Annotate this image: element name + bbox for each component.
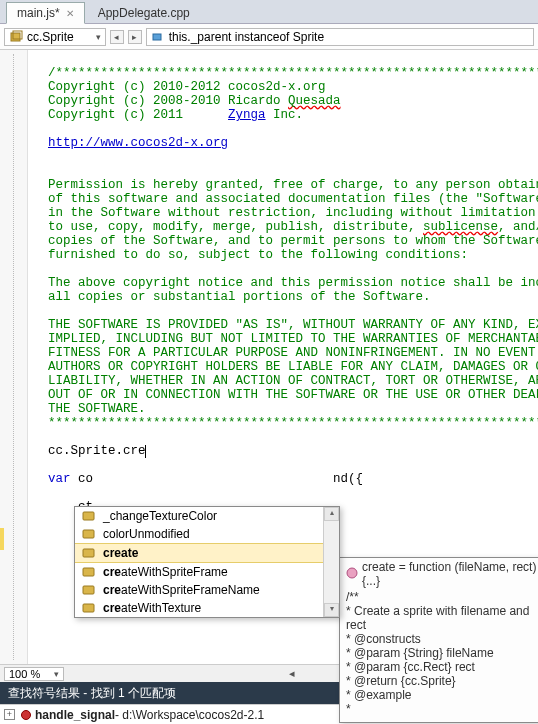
autocomplete-item-label: create — [103, 546, 138, 560]
comment-line: Copyright (c) 2010-2012 cocos2d-x.org — [48, 80, 326, 94]
comment-line: Copyright (c) 2008-2010 Ricardo Quesada — [48, 94, 341, 108]
tooltip-doc-line: * @example — [346, 688, 538, 702]
comment-line: FITNESS FOR A PARTICULAR PURPOSE AND NON… — [48, 346, 538, 360]
svg-rect-3 — [83, 512, 94, 520]
result-path: - d:\Workspace\cocos2d-2.1 — [115, 708, 264, 722]
svg-rect-8 — [83, 604, 94, 612]
comment-line: /***************************************… — [48, 66, 538, 80]
text-caret — [145, 445, 146, 458]
zoom-selector[interactable]: 100 % ▾ — [4, 667, 64, 681]
comment-url[interactable]: http://www.cocos2d-x.org — [48, 136, 228, 150]
field-icon — [151, 30, 165, 44]
method-icon — [81, 583, 97, 597]
tooltip-doc-line: /** — [346, 590, 538, 604]
comment-line: Copyright (c) 2011 Zynga Inc. — [48, 108, 303, 122]
autocomplete-item-label: colorUnmodified — [103, 527, 190, 541]
autocomplete-scrollbar[interactable]: ▴ ▾ — [323, 507, 339, 617]
expand-icon[interactable]: + — [4, 709, 15, 720]
comment-line: IMPLIED, INCLUDING BUT NOT LIMITED TO TH… — [48, 332, 538, 346]
file-tab-label: main.js* — [17, 6, 60, 20]
breakpoint-icon — [21, 710, 31, 720]
comment-line: AUTHORS OR COPYRIGHT HOLDERS BE LIABLE F… — [48, 360, 538, 374]
autocomplete-item-label: _changeTextureColor — [103, 509, 217, 523]
method-icon — [81, 601, 97, 615]
autocomplete-item[interactable]: createWithSpriteFrame — [75, 563, 323, 581]
autocomplete-list[interactable]: _changeTextureColorcolorUnmodifiedcreate… — [75, 507, 323, 617]
method-icon — [81, 565, 97, 579]
autocomplete-item[interactable]: createWithSpriteFrameName — [75, 581, 323, 599]
scroll-down-icon[interactable]: ▾ — [324, 603, 339, 617]
comment-line: The above copyright notice and this perm… — [48, 276, 538, 290]
result-symbol: handle_signal — [35, 708, 115, 722]
code-typed: cc.Sprite.cre — [48, 444, 146, 458]
comment-line: in the Software without restriction, inc… — [48, 206, 538, 220]
file-tab-bar: main.js* ✕ AppDelegate.cpp — [0, 0, 538, 24]
class-icon — [9, 30, 23, 44]
comment-line: LIABILITY, WHETHER IN AN ACTION OF CONTR… — [48, 374, 538, 388]
member-selector[interactable]: this._parent instanceof Sprite — [146, 28, 534, 46]
autocomplete-item[interactable]: create — [75, 543, 323, 563]
split-left-icon[interactable]: ◂ — [285, 667, 299, 680]
autocomplete-item-label: createWithSpriteFrame — [103, 565, 228, 579]
tooltip-doc-line: * @param {cc.Rect} rect — [346, 660, 538, 674]
svg-rect-0 — [11, 33, 20, 41]
signature-tooltip: create = function (fileName, rect){...} … — [339, 557, 538, 723]
member-text: this._parent instanceof Sprite — [169, 30, 324, 44]
change-marker — [0, 528, 4, 550]
comment-line: copies of the Software, and to permit pe… — [48, 234, 538, 248]
tooltip-doc-line: * — [346, 702, 538, 716]
tooltip-doc-line: * @return {cc.Sprite} — [346, 674, 538, 688]
code-nav-bar: cc.Sprite ▾ ◂ ▸ this._parent instanceof … — [0, 24, 538, 50]
scope-text: cc.Sprite — [27, 30, 74, 44]
tooltip-doc-line: * Create a sprite with filename and rect — [346, 604, 538, 632]
svg-rect-7 — [83, 586, 94, 594]
method-icon — [81, 527, 97, 541]
scope-selector[interactable]: cc.Sprite ▾ — [4, 28, 106, 46]
scroll-up-icon[interactable]: ▴ — [324, 507, 339, 521]
fold-guide — [13, 54, 14, 660]
autocomplete-item[interactable]: colorUnmodified — [75, 525, 323, 543]
comment-line: OUT OF OR IN CONNECTION WITH THE SOFTWAR… — [48, 388, 538, 402]
comment-line: all copies or substantial portions of th… — [48, 290, 431, 304]
svg-rect-6 — [83, 568, 94, 576]
zoom-value: 100 % — [9, 668, 40, 680]
svg-rect-2 — [153, 34, 161, 40]
method-icon — [81, 546, 97, 560]
comment-line: ****************************************… — [48, 416, 538, 430]
autocomplete-item-label: createWithSpriteFrameName — [103, 583, 260, 597]
svg-rect-4 — [83, 530, 94, 538]
tooltip-doc-line: * @param {String} fileName — [346, 646, 538, 660]
method-icon — [346, 567, 358, 582]
autocomplete-item-label: createWithTexture — [103, 601, 201, 615]
nav-fwd-button[interactable]: ▸ — [128, 30, 142, 44]
nav-back-button[interactable]: ◂ — [110, 30, 124, 44]
autocomplete-item[interactable]: _changeTextureColor — [75, 507, 323, 525]
chevron-down-icon: ▾ — [96, 32, 101, 42]
autocomplete-item[interactable]: createWithTexture — [75, 599, 323, 617]
method-icon — [81, 509, 97, 523]
chevron-down-icon: ▾ — [54, 669, 59, 679]
file-tab-appdelegate[interactable]: AppDelegate.cpp — [87, 2, 201, 23]
close-icon[interactable]: ✕ — [66, 8, 74, 19]
autocomplete-popup: _changeTextureColorcolorUnmodifiedcreate… — [74, 506, 340, 618]
file-tab-main[interactable]: main.js* ✕ — [6, 2, 85, 24]
comment-line: THE SOFTWARE IS PROVIDED "AS IS", WITHOU… — [48, 318, 538, 332]
tooltip-signature: create = function (fileName, rect){...} — [362, 560, 538, 588]
comment-line: THE SOFTWARE. — [48, 402, 146, 416]
comment-line: to use, copy, modify, merge, publish, di… — [48, 220, 538, 234]
svg-point-9 — [347, 568, 357, 578]
code-line: var co nd({ — [48, 472, 363, 486]
file-tab-label: AppDelegate.cpp — [98, 6, 190, 20]
find-results-title: 查找符号结果 - 找到 1 个匹配项 — [8, 685, 176, 702]
editor-gutter[interactable] — [0, 50, 28, 664]
comment-line: of this software and associated document… — [48, 192, 538, 206]
tooltip-doc-line: * @constructs — [346, 632, 538, 646]
svg-rect-5 — [83, 549, 94, 557]
comment-line: Permission is hereby granted, free of ch… — [48, 178, 538, 192]
comment-line: furnished to do so, subject to the follo… — [48, 248, 468, 262]
